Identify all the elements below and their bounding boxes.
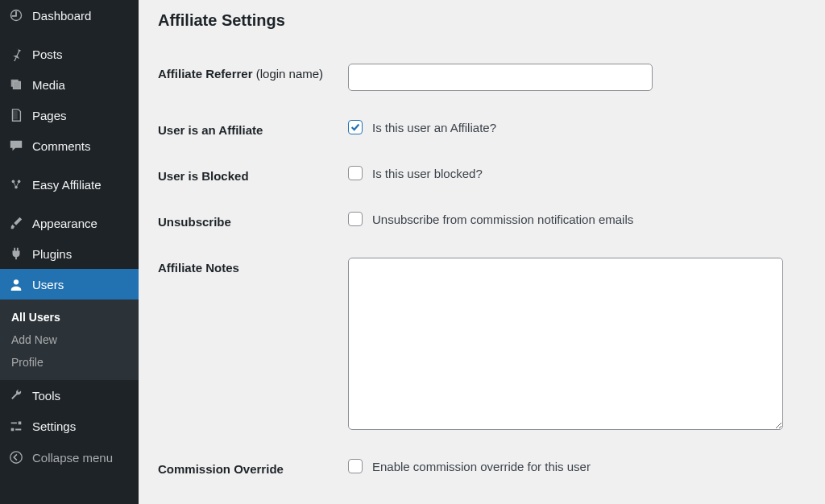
section-title: Affiliate Settings xyxy=(158,11,806,30)
commission-override-checkbox[interactable] xyxy=(348,459,363,473)
sidebar-item-label: Users xyxy=(32,278,64,291)
sidebar-item-label: Dashboard xyxy=(32,9,91,23)
user-is-affiliate-text: Is this user an Affiliate? xyxy=(372,121,496,134)
sidebar-item-label: Plugins xyxy=(32,247,72,261)
sliders-icon xyxy=(8,418,24,434)
user-is-blocked-checkbox[interactable] xyxy=(348,166,363,180)
sidebar-item-media[interactable]: Media xyxy=(0,69,139,100)
row-affiliate-notes: Affiliate Notes xyxy=(158,243,806,444)
sidebar-item-label: Pages xyxy=(32,109,67,122)
admin-sidebar: Dashboard Posts Media Pages Comments Eas… xyxy=(0,0,139,504)
svg-point-3 xyxy=(14,279,19,284)
affiliate-referrer-input[interactable] xyxy=(348,64,653,91)
sidebar-item-label: Posts xyxy=(32,48,63,61)
dashboard-icon xyxy=(8,7,24,23)
sidebar-item-appearance[interactable]: Appearance xyxy=(0,208,139,238)
sidebar-item-posts[interactable]: Posts xyxy=(0,39,139,69)
menu-separator xyxy=(0,161,139,169)
sidebar-item-label: Settings xyxy=(32,419,76,433)
sidebar-item-settings[interactable]: Settings xyxy=(0,411,139,441)
label-affiliate-referrer: Affiliate Referrer (login name) xyxy=(158,64,348,81)
sidebar-item-dashboard[interactable]: Dashboard xyxy=(0,0,139,31)
menu-separator xyxy=(0,31,139,39)
media-icon xyxy=(8,76,24,93)
svg-point-1 xyxy=(18,180,21,184)
sidebar-item-pages[interactable]: Pages xyxy=(0,100,139,130)
svg-point-0 xyxy=(12,180,15,184)
submenu-item-allusers[interactable]: All Users xyxy=(0,306,139,328)
user-is-affiliate-checkbox[interactable] xyxy=(348,120,363,134)
row-user-is-blocked: User is Blocked Is this user blocked? xyxy=(158,151,806,197)
label-affiliate-notes: Affiliate Notes xyxy=(158,258,348,275)
wrench-icon xyxy=(8,387,24,403)
label-unsubscribe: Unsubscribe xyxy=(158,212,348,229)
collapse-menu[interactable]: Collapse menu xyxy=(0,441,139,473)
label-sub: (login name) xyxy=(256,67,323,81)
users-submenu: All Users Add New Profile xyxy=(0,300,139,380)
label-user-is-blocked: User is Blocked xyxy=(158,166,348,183)
sidebar-item-easyaffiliate[interactable]: Easy Affiliate xyxy=(0,169,139,200)
easyaffiliate-icon xyxy=(8,176,24,192)
comment-icon xyxy=(8,138,24,154)
affiliate-notes-textarea[interactable] xyxy=(348,258,783,430)
label-commission-override: Commission Override xyxy=(158,459,348,476)
row-affiliate-referrer: Affiliate Referrer (login name) xyxy=(158,49,806,105)
sidebar-item-label: Media xyxy=(32,78,65,92)
sidebar-item-comments[interactable]: Comments xyxy=(0,130,139,161)
plug-icon xyxy=(8,246,24,262)
sidebar-item-label: Tools xyxy=(32,389,60,403)
pages-icon xyxy=(8,107,24,123)
user-is-blocked-text: Is this user blocked? xyxy=(372,167,483,180)
main-content: Affiliate Settings Affiliate Referrer (l… xyxy=(139,0,825,504)
sidebar-item-users[interactable]: Users xyxy=(0,269,139,300)
sidebar-item-label: Easy Affiliate xyxy=(32,178,102,192)
pin-icon xyxy=(8,46,24,62)
menu-separator xyxy=(0,200,139,208)
sidebar-item-tools[interactable]: Tools xyxy=(0,380,139,411)
row-user-is-affiliate: User is an Affiliate Is this user an Aff… xyxy=(158,105,806,151)
brush-icon xyxy=(8,215,24,231)
collapse-icon xyxy=(8,449,24,465)
label-user-is-affiliate: User is an Affiliate xyxy=(158,120,348,137)
commission-override-text: Enable commission override for this user xyxy=(372,460,591,473)
unsubscribe-checkbox[interactable] xyxy=(348,212,363,226)
submenu-item-addnew[interactable]: Add New xyxy=(0,328,139,351)
collapse-label: Collapse menu xyxy=(32,451,113,465)
submenu-item-profile[interactable]: Profile xyxy=(0,351,139,374)
row-commission-override: Commission Override Enable commission ov… xyxy=(158,444,806,490)
user-icon xyxy=(8,276,24,292)
label-text: Affiliate Referrer xyxy=(158,67,256,81)
row-unsubscribe: Unsubscribe Unsubscribe from commission … xyxy=(158,197,806,243)
svg-point-4 xyxy=(10,452,22,463)
sidebar-item-label: Appearance xyxy=(32,217,97,230)
unsubscribe-text: Unsubscribe from commission notification… xyxy=(372,213,633,226)
sidebar-item-plugins[interactable]: Plugins xyxy=(0,238,139,269)
sidebar-item-label: Comments xyxy=(32,139,91,153)
check-icon xyxy=(350,122,361,133)
